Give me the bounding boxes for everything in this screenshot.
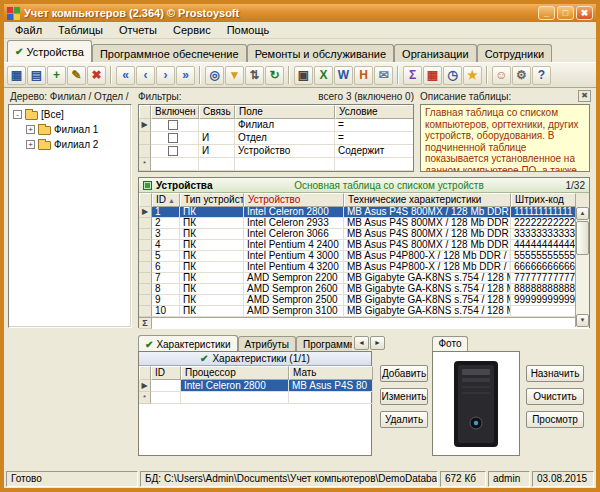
scrollbar-thumb[interactable] [576, 221, 589, 255]
device-row-2[interactable]: 2ПКIntel Celeron 2933MB Asus P4S 800MX /… [139, 218, 589, 229]
checkbox-icon[interactable] [168, 146, 178, 156]
close-button[interactable]: ✖ [576, 6, 593, 20]
device-row-9[interactable]: 9ПКAMD Sempron 2500MB Gigabyte GA-K8NS s… [139, 295, 589, 306]
last-record-icon[interactable]: » [176, 66, 195, 85]
filter-row-2[interactable]: ИОтдел= [139, 132, 413, 145]
detail-tab-1[interactable]: ✔Характеристики [138, 335, 238, 351]
filter-link-cell[interactable]: И [199, 145, 235, 158]
table-view-icon[interactable]: ▦ [7, 66, 26, 85]
device-row-1[interactable]: ▶1ПКIntel Celeron 2800MB Asus P4S 800MX … [139, 207, 589, 218]
tab-scroll-left-icon[interactable]: ◄ [354, 336, 369, 350]
filters-col-3[interactable]: Поле [235, 105, 335, 119]
delete-record-icon[interactable]: ✖ [87, 66, 106, 85]
filter-link-cell[interactable] [199, 119, 235, 132]
help-icon[interactable]: ? [532, 66, 551, 85]
tab-photo[interactable]: Фото [432, 336, 468, 351]
devices-col-2[interactable]: Тип устройства [180, 193, 244, 207]
filter-row-1[interactable]: ▶Филиал= [139, 119, 413, 132]
device-row-6[interactable]: 6ПКIntel Pentium 4 3200MB Asus P4P800-X … [139, 262, 589, 273]
char-row-1[interactable]: ▶Intel Celeron 2800MB Asus P4S 80 [139, 380, 371, 392]
filter-enabled-cell[interactable] [151, 119, 199, 132]
menu-item-4[interactable]: Сервис [166, 23, 218, 37]
filter-field-cell[interactable]: Устройство [235, 145, 335, 158]
delete-button[interactable]: Удалить [380, 411, 428, 428]
filter-icon[interactable]: ▼ [225, 66, 244, 85]
main-tab-2[interactable]: Программное обеспечение [92, 44, 247, 62]
tree-expander-icon[interactable]: + [26, 140, 35, 149]
filters-col-1[interactable]: Включен [151, 105, 199, 119]
menu-item-3[interactable]: Отчеты [112, 23, 164, 37]
scroll-up-icon[interactable]: ▲ [576, 207, 589, 220]
filters-col-4[interactable]: Условие [335, 105, 414, 119]
refresh-icon[interactable]: ↻ [265, 66, 284, 85]
users-icon[interactable]: ☺ [492, 66, 511, 85]
devices-col-3[interactable]: Устройство [244, 193, 344, 207]
assign-photo-button[interactable]: Назначить [526, 365, 584, 382]
first-record-icon[interactable]: « [116, 66, 135, 85]
char-col-2[interactable]: Процессор [181, 366, 289, 380]
sum-icon[interactable]: Σ [403, 66, 422, 85]
detail-tab-3[interactable]: Программное обеспечение [296, 336, 352, 351]
device-row-7[interactable]: 7ПКAMD Sempron 2200MB Gigabyte GA-K8NS s… [139, 273, 589, 284]
menu-item-2[interactable]: Таблицы [51, 23, 110, 37]
filters-col-2[interactable]: Связь [199, 105, 235, 119]
filter-condition-cell[interactable]: = [335, 132, 414, 145]
export-word-icon[interactable]: W [334, 66, 353, 85]
filter-field-cell[interactable]: Филиал [235, 119, 335, 132]
tree-node-3[interactable]: +Филиал 2 [9, 137, 131, 152]
scroll-down-icon[interactable]: ▼ [576, 314, 589, 327]
filter-condition-cell[interactable]: Содержит [335, 145, 414, 158]
main-tab-4[interactable]: Организации [394, 44, 477, 62]
minimize-button[interactable]: _ [538, 6, 555, 20]
view-photo-button[interactable]: Просмотр [526, 411, 584, 428]
devices-col-4[interactable]: Технические характеристики [344, 193, 511, 207]
export-html-icon[interactable]: H [354, 66, 373, 85]
main-tab-1[interactable]: ✔Устройства [7, 40, 92, 62]
devices-col-1[interactable]: ID▲ [152, 193, 180, 207]
devices-col-5[interactable]: Штрих-код [511, 193, 576, 207]
star-icon[interactable]: ★ [463, 66, 482, 85]
main-tab-3[interactable]: Ремонты и обслуживание [247, 44, 394, 62]
tree-node-2[interactable]: +Филиал 1 [9, 122, 131, 137]
checkbox-icon[interactable] [168, 133, 178, 143]
detail-tab-2[interactable]: Атрибуты [238, 336, 296, 351]
export-excel-icon[interactable]: X [314, 66, 333, 85]
tree-expander-icon[interactable]: + [26, 125, 35, 134]
filter-new-row[interactable]: * [139, 158, 413, 171]
device-row-3[interactable]: 3ПКIntel Celeron 3066MB Asus P4S 800MX /… [139, 229, 589, 240]
filter-enabled-cell[interactable] [151, 145, 199, 158]
clock-icon[interactable]: ◷ [443, 66, 462, 85]
device-row-8[interactable]: 8ПКAMD Sempron 2600MB Gigabyte GA-K8NS s… [139, 284, 589, 295]
tab-scroll-right-icon[interactable]: ► [370, 336, 385, 350]
device-row-4[interactable]: 4ПКIntel Pentium 4 2400MB Asus P4S 800MX… [139, 240, 589, 251]
search-icon[interactable]: ◎ [205, 66, 224, 85]
menu-item-1[interactable]: Файл [8, 23, 49, 37]
main-tab-5[interactable]: Сотрудники [477, 44, 553, 62]
device-row-10[interactable]: 10ПКAMD Sempron 3100MB Gigabyte GA-K8NS … [139, 306, 589, 317]
add-record-icon[interactable]: + [47, 66, 66, 85]
tree-expander-icon[interactable]: - [13, 110, 22, 119]
tree-node-1[interactable]: -[Все] [9, 107, 131, 122]
print-icon[interactable]: ▣ [294, 66, 313, 85]
prev-record-icon[interactable]: ‹ [136, 66, 155, 85]
close-description-icon[interactable]: ✖ [578, 90, 591, 102]
maximize-button[interactable]: □ [557, 6, 574, 20]
add-button[interactable]: Добавить [380, 365, 428, 382]
device-row-5[interactable]: 5ПКIntel Pentium 4 3000MB Asus P4P800-X … [139, 251, 589, 262]
filter-condition-cell[interactable]: = [335, 119, 414, 132]
menu-item-5[interactable]: Помощь [220, 23, 277, 37]
edit-button[interactable]: Изменить [380, 388, 428, 405]
checkbox-icon[interactable] [168, 120, 178, 130]
title-bar[interactable]: Учет компьютеров (2.364) © Prostoysoft _… [4, 4, 596, 22]
next-record-icon[interactable]: › [156, 66, 175, 85]
char-col-3[interactable]: Мать [289, 366, 373, 380]
devices-scrollbar[interactable]: ▲ ▼ [575, 207, 589, 327]
char-col-1[interactable]: ID [151, 366, 181, 380]
settings-icon[interactable]: ⚙ [512, 66, 531, 85]
char-new-row[interactable]: * [139, 392, 371, 404]
edit-record-icon[interactable]: ✎ [67, 66, 86, 85]
filter-link-cell[interactable]: И [199, 132, 235, 145]
filter-row-3[interactable]: ИУстройствоСодержит [139, 145, 413, 158]
filter-enabled-cell[interactable] [151, 132, 199, 145]
email-icon[interactable]: ✉ [374, 66, 393, 85]
